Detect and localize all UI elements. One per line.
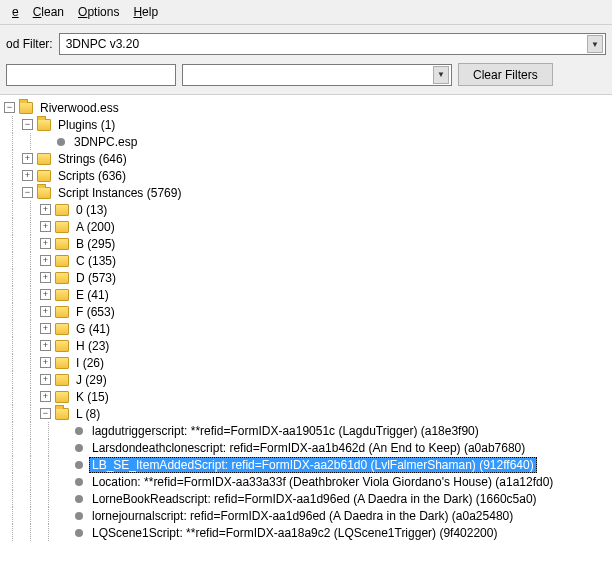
collapse-icon[interactable]: − — [40, 408, 51, 419]
tree-root[interactable]: − Riverwood.ess — [4, 99, 612, 116]
expand-icon[interactable]: + — [40, 340, 51, 351]
node-icon — [75, 444, 83, 452]
tree-leaf[interactable]: LB_SE_ItemAddedScript: refid=FormIDX-aa2… — [4, 456, 612, 473]
folder-icon — [37, 187, 51, 199]
tree-group[interactable]: +J (29) — [4, 371, 612, 388]
expand-icon[interactable]: + — [40, 306, 51, 317]
tree-group[interactable]: +I (26) — [4, 354, 612, 371]
folder-icon — [55, 272, 69, 284]
tree-leaf[interactable]: lagdutriggerscript: **refid=FormIDX-aa19… — [4, 422, 612, 439]
clear-filters-button[interactable]: Clear Filters — [458, 63, 553, 86]
tree-group[interactable]: +H (23) — [4, 337, 612, 354]
menu-bar: e Clean Options Help — [0, 0, 612, 25]
expand-icon[interactable]: + — [40, 323, 51, 334]
folder-icon — [19, 102, 33, 114]
folder-icon — [55, 340, 69, 352]
expand-icon[interactable]: + — [22, 170, 33, 181]
folder-icon — [55, 323, 69, 335]
folder-icon — [55, 221, 69, 233]
folder-icon — [37, 170, 51, 182]
tree-group[interactable]: +F (653) — [4, 303, 612, 320]
tree-group[interactable]: +D (573) — [4, 269, 612, 286]
folder-icon — [55, 391, 69, 403]
folder-icon — [55, 204, 69, 216]
expand-icon[interactable]: + — [22, 153, 33, 164]
folder-icon — [55, 374, 69, 386]
mod-filter-combo[interactable]: 3DNPC v3.20 ▼ — [59, 33, 606, 55]
tree-view[interactable]: − Riverwood.ess − Plugins (1) 3DNPC.esp … — [0, 95, 612, 562]
node-icon — [75, 495, 83, 503]
mod-filter-label: od Filter: — [6, 37, 53, 51]
chevron-down-icon[interactable]: ▼ — [433, 66, 449, 84]
tree-strings[interactable]: + Strings (646) — [4, 150, 612, 167]
node-icon — [57, 138, 65, 146]
mod-filter-value: 3DNPC v3.20 — [66, 37, 587, 51]
node-icon — [75, 512, 83, 520]
tree-leaf[interactable]: LorneBookReadscript: refid=FormIDX-aa1d9… — [4, 490, 612, 507]
tree-leaf[interactable]: lornejournalscript: refid=FormIDX-aa1d96… — [4, 507, 612, 524]
collapse-icon[interactable]: − — [22, 187, 33, 198]
folder-icon — [55, 238, 69, 250]
tree-group[interactable]: +B (295) — [4, 235, 612, 252]
menu-help[interactable]: Help — [127, 3, 164, 21]
filter-row-2: ▼ Clear Filters — [0, 59, 612, 95]
tree-group[interactable]: −L (8) — [4, 405, 612, 422]
folder-icon — [55, 357, 69, 369]
tree-group[interactable]: +C (135) — [4, 252, 612, 269]
tree-group[interactable]: +E (41) — [4, 286, 612, 303]
expand-icon[interactable]: + — [40, 272, 51, 283]
expand-icon[interactable]: + — [40, 221, 51, 232]
tree-plugin-item[interactable]: 3DNPC.esp — [4, 133, 612, 150]
folder-icon — [55, 255, 69, 267]
expand-icon[interactable]: + — [40, 391, 51, 402]
node-icon — [75, 478, 83, 486]
folder-icon — [37, 119, 51, 131]
filter-row: od Filter: 3DNPC v3.20 ▼ — [0, 25, 612, 59]
tree-leaf[interactable]: LQScene1Script: **refid=FormIDX-aa18a9c2… — [4, 524, 612, 541]
filter-text-input[interactable] — [6, 64, 176, 86]
tree-script-instances[interactable]: − Script Instances (5769) — [4, 184, 612, 201]
expand-icon[interactable]: + — [40, 238, 51, 249]
folder-icon — [37, 153, 51, 165]
tree-leaf[interactable]: Location: **refid=FormIDX-aa33a33f (Deat… — [4, 473, 612, 490]
expand-icon[interactable]: + — [40, 289, 51, 300]
menu-clean[interactable]: Clean — [27, 3, 70, 21]
tree-plugins[interactable]: − Plugins (1) — [4, 116, 612, 133]
collapse-icon[interactable]: − — [4, 102, 15, 113]
tree-group[interactable]: +G (41) — [4, 320, 612, 337]
collapse-icon[interactable]: − — [22, 119, 33, 130]
expand-icon[interactable]: + — [40, 357, 51, 368]
expand-icon[interactable]: + — [40, 255, 51, 266]
tree-group[interactable]: +0 (13) — [4, 201, 612, 218]
tree-group[interactable]: +K (15) — [4, 388, 612, 405]
expand-icon[interactable]: + — [40, 374, 51, 385]
tree-scripts[interactable]: + Scripts (636) — [4, 167, 612, 184]
expand-icon[interactable]: + — [40, 204, 51, 215]
chevron-down-icon[interactable]: ▼ — [587, 35, 603, 53]
tree-leaf[interactable]: Larsdondeathclonescript: refid=FormIDX-a… — [4, 439, 612, 456]
tree-group[interactable]: +A (200) — [4, 218, 612, 235]
folder-icon — [55, 289, 69, 301]
node-icon — [75, 461, 83, 469]
folder-icon — [55, 408, 69, 420]
filter-category-combo[interactable]: ▼ — [182, 64, 452, 86]
node-icon — [75, 529, 83, 537]
node-icon — [75, 427, 83, 435]
folder-icon — [55, 306, 69, 318]
menu-file[interactable]: e — [6, 3, 25, 21]
menu-options[interactable]: Options — [72, 3, 125, 21]
